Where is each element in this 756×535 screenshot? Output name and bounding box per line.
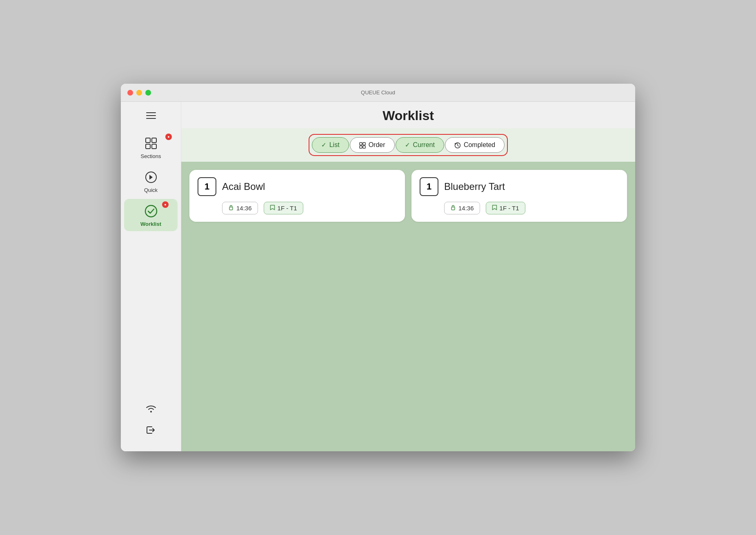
quick-icon	[143, 169, 159, 185]
app-window: QUEUE Cloud ●	[121, 84, 635, 451]
window-title: QUEUE Cloud	[361, 89, 395, 96]
page-header: Worklist	[181, 102, 635, 128]
card-meta-1: 14:36 1F - T1	[198, 202, 397, 214]
time-tag-1: 14:36	[222, 202, 258, 214]
time-value-2: 14:36	[458, 205, 474, 212]
list-label: List	[329, 141, 340, 149]
sections-label: Sections	[141, 153, 161, 159]
location-value-2: 1F - T1	[500, 205, 519, 212]
quick-label: Quick	[144, 187, 158, 193]
order-card-1[interactable]: 1 Acai Bowl 14:36	[189, 170, 405, 222]
logout-icon[interactable]	[145, 424, 157, 438]
lock-icon-1	[228, 205, 234, 212]
order-grid-icon	[359, 141, 366, 149]
order-card-2[interactable]: 1 Blueberry Tart 14:36	[411, 170, 627, 222]
worklist-icon	[143, 203, 159, 219]
location-tag-2: 1F - T1	[486, 202, 525, 214]
sections-icon	[143, 135, 159, 152]
order-label: Order	[369, 141, 385, 149]
svg-rect-13	[451, 207, 455, 210]
card-header-2: 1 Blueberry Tart	[420, 177, 619, 196]
svg-point-6	[150, 411, 152, 412]
page-title: Worklist	[191, 108, 625, 123]
worklist-label: Worklist	[140, 221, 161, 227]
order-name-2: Blueberry Tart	[444, 181, 505, 192]
card-header-1: 1 Acai Bowl	[198, 177, 397, 196]
toolbar-area: ✓ List Order	[181, 128, 635, 162]
card-meta-2: 14:36 1F - T1	[420, 202, 619, 214]
order-number-1: 1	[198, 177, 216, 196]
sidebar: ● Sections	[121, 102, 181, 451]
location-value-1: 1F - T1	[278, 205, 297, 212]
svg-rect-8	[363, 143, 365, 145]
svg-rect-1	[152, 138, 156, 143]
location-tag-1: 1F - T1	[264, 202, 303, 214]
current-button[interactable]: ✓ Current	[396, 137, 444, 153]
bookmark-icon-2	[492, 205, 497, 212]
bookmark-icon-1	[270, 205, 275, 212]
toolbar: ✓ List Order	[309, 134, 508, 156]
order-number-2: 1	[420, 177, 438, 196]
menu-bar-2	[146, 115, 156, 116]
lock-icon-2	[450, 205, 456, 212]
sidebar-item-quick[interactable]: Quick	[121, 165, 181, 197]
sidebar-item-sections[interactable]: ● Sections	[121, 131, 181, 163]
list-check-icon: ✓	[321, 141, 327, 149]
menu-bar-3	[146, 118, 156, 119]
completed-button[interactable]: Completed	[445, 137, 505, 153]
close-button[interactable]	[127, 90, 133, 96]
menu-button[interactable]	[142, 108, 160, 123]
title-bar: QUEUE Cloud	[121, 84, 635, 102]
sidebar-item-worklist[interactable]: ● Worklist	[124, 199, 178, 231]
traffic-lights	[127, 90, 151, 96]
svg-rect-0	[146, 138, 150, 143]
time-tag-2: 14:36	[444, 202, 480, 214]
wifi-icon[interactable]	[145, 403, 157, 416]
app-body: ● Sections	[121, 102, 635, 451]
order-button[interactable]: Order	[350, 137, 395, 153]
list-button[interactable]: ✓ List	[312, 137, 349, 153]
svg-point-5	[145, 205, 157, 217]
items-area: 1 Acai Bowl 14:36	[181, 162, 635, 451]
svg-rect-3	[152, 144, 156, 149]
sections-badge: ●	[165, 134, 172, 140]
svg-rect-2	[146, 144, 150, 149]
menu-bar-1	[146, 112, 156, 113]
order-name-1: Acai Bowl	[222, 181, 265, 192]
minimize-button[interactable]	[136, 90, 142, 96]
svg-rect-10	[363, 146, 365, 148]
sidebar-bottom	[145, 403, 157, 445]
main-content: Worklist ✓ List	[181, 102, 635, 451]
svg-rect-9	[360, 146, 362, 148]
sidebar-top: ● Sections	[121, 108, 181, 231]
time-value-1: 14:36	[236, 205, 252, 212]
svg-rect-12	[229, 207, 233, 210]
current-check-icon: ✓	[405, 141, 410, 149]
svg-rect-7	[360, 143, 362, 145]
current-label: Current	[413, 141, 435, 149]
maximize-button[interactable]	[145, 90, 151, 96]
completed-label: Completed	[464, 141, 495, 149]
history-icon	[454, 141, 461, 149]
worklist-badge: ●	[162, 201, 169, 208]
